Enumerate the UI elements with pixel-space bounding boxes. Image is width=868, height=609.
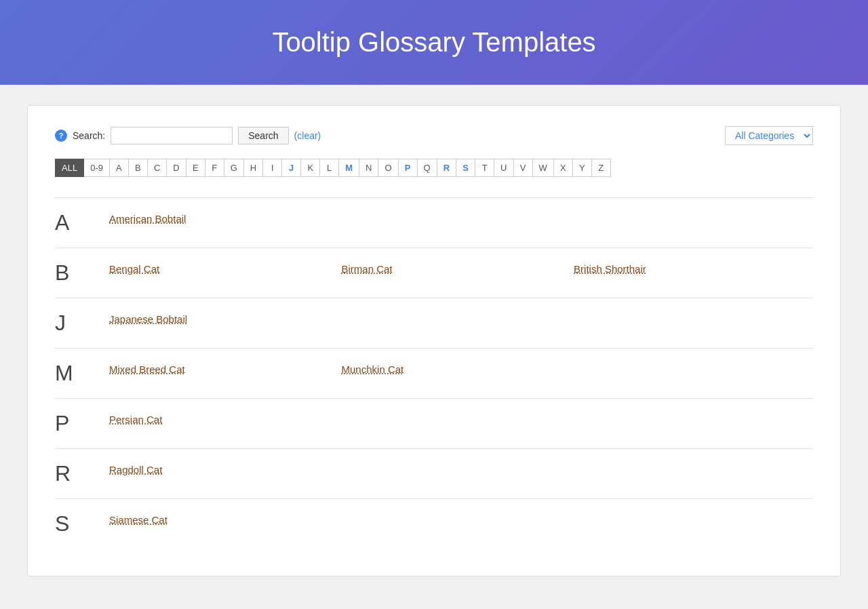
- glossary-item[interactable]: British Shorthair: [574, 260, 806, 277]
- section-letter: J: [55, 311, 109, 336]
- alpha-btn-d[interactable]: D: [167, 159, 186, 177]
- glossary-section-p: PPersian Cat: [55, 398, 813, 448]
- search-button[interactable]: Search: [238, 127, 288, 144]
- glossary-item[interactable]: American Bobtail: [109, 210, 342, 227]
- section-letter: R: [55, 461, 109, 486]
- alpha-btn-k[interactable]: K: [301, 159, 320, 177]
- glossary-container: AAmerican BobtailBBengal CatBirman CatBr…: [55, 197, 813, 549]
- search-left: ? Search: Search (clear): [55, 127, 321, 144]
- glossary-item[interactable]: Munchkin Cat: [342, 361, 574, 378]
- search-input[interactable]: [111, 127, 233, 144]
- glossary-item[interactable]: Birman Cat: [342, 260, 574, 277]
- alpha-btn-0-9[interactable]: 0-9: [84, 159, 110, 177]
- alpha-btn-e[interactable]: E: [186, 159, 205, 177]
- section-items: American Bobtail: [109, 210, 813, 227]
- alpha-btn-a[interactable]: A: [110, 159, 129, 177]
- page-header: Tooltip Glossary Templates: [0, 0, 868, 85]
- alpha-btn-j[interactable]: J: [282, 159, 301, 177]
- alpha-btn-q[interactable]: Q: [418, 159, 437, 177]
- alpha-btn-r[interactable]: R: [437, 159, 456, 177]
- alpha-btn-z[interactable]: Z: [592, 159, 611, 177]
- section-items: Siamese Cat: [109, 511, 813, 528]
- alpha-btn-l[interactable]: L: [320, 159, 339, 177]
- clear-link[interactable]: (clear): [294, 130, 321, 141]
- glossary-section-b: BBengal CatBirman CatBritish Shorthair: [55, 248, 813, 298]
- glossary-section-j: JJapanese Bobtail: [55, 298, 813, 348]
- glossary-item[interactable]: Japanese Bobtail: [109, 311, 342, 328]
- alpha-btn-y[interactable]: Y: [573, 159, 592, 177]
- search-label: Search:: [73, 130, 105, 141]
- main-container: ? Search: Search (clear) All Categories …: [27, 105, 841, 576]
- alpha-btn-b[interactable]: B: [129, 159, 148, 177]
- glossary-item[interactable]: Bengal Cat: [109, 260, 342, 277]
- glossary-section-m: MMixed Breed CatMunchkin Cat: [55, 348, 813, 398]
- alpha-btn-c[interactable]: C: [148, 159, 167, 177]
- section-items: Persian Cat: [109, 411, 813, 428]
- glossary-section-r: RRagdoll Cat: [55, 448, 813, 498]
- section-letter: A: [55, 210, 109, 235]
- alpha-btn-x[interactable]: X: [554, 159, 573, 177]
- categories-dropdown-wrapper: All Categories: [725, 126, 813, 145]
- section-letter: S: [55, 511, 109, 536]
- section-items: Japanese Bobtail: [109, 311, 813, 328]
- alpha-btn-m[interactable]: M: [339, 159, 359, 177]
- glossary-section-s: SSiamese Cat: [55, 498, 813, 549]
- alpha-btn-u[interactable]: U: [494, 159, 513, 177]
- alpha-btn-w[interactable]: W: [533, 159, 554, 177]
- glossary-item[interactable]: Mixed Breed Cat: [109, 361, 342, 378]
- alpha-btn-h[interactable]: H: [244, 159, 263, 177]
- section-items: Mixed Breed CatMunchkin Cat: [109, 361, 813, 378]
- alpha-btn-f[interactable]: F: [205, 159, 224, 177]
- alpha-btn-p[interactable]: P: [399, 159, 418, 177]
- categories-select[interactable]: All Categories: [725, 126, 813, 145]
- section-letter: P: [55, 411, 109, 436]
- glossary-section-a: AAmerican Bobtail: [55, 197, 813, 248]
- glossary-item[interactable]: Ragdoll Cat: [109, 461, 342, 478]
- alpha-btn-o[interactable]: O: [378, 159, 398, 177]
- section-items: Ragdoll Cat: [109, 461, 813, 478]
- search-bar: ? Search: Search (clear) All Categories: [55, 126, 813, 145]
- alpha-filter: ALL0-9ABCDEFGHIJKLMNOPQRSTUVWXYZ: [55, 159, 813, 177]
- alpha-btn-all[interactable]: ALL: [55, 159, 84, 177]
- alpha-btn-s[interactable]: S: [456, 159, 475, 177]
- alpha-btn-t[interactable]: T: [475, 159, 494, 177]
- section-letter: B: [55, 260, 109, 286]
- alpha-btn-v[interactable]: V: [514, 159, 533, 177]
- section-items: Bengal CatBirman CatBritish Shorthair: [109, 260, 813, 277]
- alpha-btn-i[interactable]: I: [263, 159, 282, 177]
- alpha-btn-g[interactable]: G: [224, 159, 244, 177]
- alpha-btn-n[interactable]: N: [359, 159, 378, 177]
- glossary-item[interactable]: Persian Cat: [109, 411, 342, 428]
- page-title: Tooltip Glossary Templates: [14, 27, 854, 58]
- glossary-item[interactable]: Siamese Cat: [109, 511, 342, 528]
- section-letter: M: [55, 361, 109, 386]
- help-icon[interactable]: ?: [55, 130, 67, 142]
